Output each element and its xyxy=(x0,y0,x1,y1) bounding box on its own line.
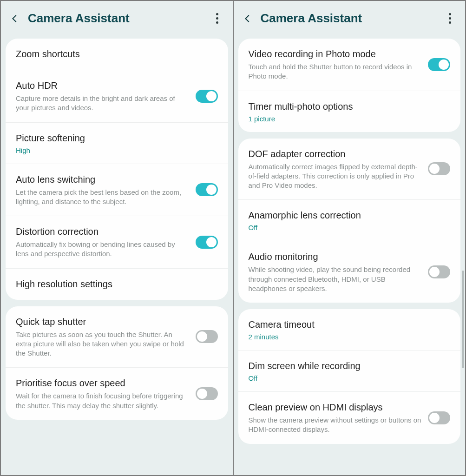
item-title: Anamorphic lens correction xyxy=(249,209,444,222)
toggle-auto-lens[interactable] xyxy=(196,183,218,196)
settings-group: DOF adapter correction Automatically cor… xyxy=(238,139,461,303)
screen-right: Camera Assistant Video recording in Phot… xyxy=(234,1,466,475)
item-value: 1 picture xyxy=(249,115,444,123)
header: Camera Assistant xyxy=(1,1,233,39)
header: Camera Assistant xyxy=(234,1,466,39)
item-desc: Touch and hold the Shutter button to rec… xyxy=(249,62,422,81)
item-desc: Take pictures as soon as you touch the S… xyxy=(16,330,189,358)
item-value: Off xyxy=(249,224,444,231)
item-desc: Automatically fix bowing or bending line… xyxy=(16,240,189,259)
item-video-photo-mode[interactable]: Video recording in Photo mode Touch and … xyxy=(238,39,461,91)
item-high-resolution[interactable]: High resolution settings xyxy=(6,269,228,300)
item-clean-preview-hdmi[interactable]: Clean preview on HDMI displays Show the … xyxy=(238,392,461,444)
item-title: Zoom shortcuts xyxy=(16,48,211,60)
item-quick-tap-shutter[interactable]: Quick tap shutter Take pictures as soon … xyxy=(6,306,228,368)
item-anamorphic-lens[interactable]: Anamorphic lens correction Off xyxy=(238,200,461,241)
item-camera-timeout[interactable]: Camera timeout 2 minutes xyxy=(238,309,461,350)
item-title: Camera timeout xyxy=(249,318,444,331)
item-prioritise-focus[interactable]: Prioritise focus over speed Wait for the… xyxy=(6,368,228,420)
settings-content: Zoom shortcuts Auto HDR Capture more det… xyxy=(1,39,233,475)
item-picture-softening[interactable]: Picture softening High xyxy=(6,123,228,164)
scrollbar[interactable] xyxy=(462,271,464,368)
settings-group: Quick tap shutter Take pictures as soon … xyxy=(6,306,228,420)
item-title: Picture softening xyxy=(16,132,211,145)
item-value: Off xyxy=(249,374,444,382)
item-title: Dim screen while recording xyxy=(249,360,444,372)
toggle-auto-hdr[interactable] xyxy=(196,90,218,103)
settings-group: Zoom shortcuts Auto HDR Capture more det… xyxy=(6,39,228,300)
item-title: Timer multi-photo options xyxy=(249,100,444,113)
item-title: Audio monitoring xyxy=(249,251,422,263)
item-title: Auto lens switching xyxy=(16,173,189,186)
page-title: Camera Assistant xyxy=(261,11,439,26)
item-title: Auto HDR xyxy=(16,79,189,92)
item-value: 2 minutes xyxy=(249,333,444,341)
back-icon[interactable] xyxy=(242,13,253,24)
item-auto-hdr[interactable]: Auto HDR Capture more details in the bri… xyxy=(6,70,228,123)
item-title: Video recording in Photo mode xyxy=(249,48,422,60)
item-desc: Show the camera preview without settings… xyxy=(249,416,422,435)
toggle-clean-preview[interactable] xyxy=(428,411,450,424)
item-title: Distortion correction xyxy=(16,225,189,238)
screen-left: Camera Assistant Zoom shortcuts Auto HDR… xyxy=(1,1,233,475)
settings-content: Video recording in Photo mode Touch and … xyxy=(234,39,466,475)
toggle-prioritise-focus[interactable] xyxy=(196,387,218,400)
item-zoom-shortcuts[interactable]: Zoom shortcuts xyxy=(6,39,228,70)
item-desc: Capture more details in the bright and d… xyxy=(16,94,189,113)
item-desc: Wait for the camera to finish focusing b… xyxy=(16,391,189,410)
more-icon[interactable] xyxy=(213,13,224,24)
item-desc: Let the camera pick the best lens based … xyxy=(16,188,189,207)
item-timer-multi-photo[interactable]: Timer multi-photo options 1 picture xyxy=(238,91,461,132)
item-value: High xyxy=(16,146,211,154)
item-dof-adapter[interactable]: DOF adapter correction Automatically cor… xyxy=(238,139,461,200)
toggle-audio-monitoring[interactable] xyxy=(428,265,450,278)
settings-group: Video recording in Photo mode Touch and … xyxy=(238,39,461,132)
more-icon[interactable] xyxy=(446,13,457,24)
toggle-video-photo[interactable] xyxy=(428,58,450,71)
toggle-dof[interactable] xyxy=(428,162,450,175)
item-desc: Automatically correct images flipped by … xyxy=(249,162,422,191)
item-title: Prioritise focus over speed xyxy=(16,377,189,390)
page-title: Camera Assistant xyxy=(28,11,206,26)
item-title: DOF adapter correction xyxy=(249,148,422,160)
item-audio-monitoring[interactable]: Audio monitoring While shooting video, p… xyxy=(238,241,461,303)
back-icon[interactable] xyxy=(9,13,20,24)
item-auto-lens-switching[interactable]: Auto lens switching Let the camera pick … xyxy=(6,164,228,217)
item-dim-screen[interactable]: Dim screen while recording Off xyxy=(238,350,461,392)
settings-group: Camera timeout 2 minutes Dim screen whil… xyxy=(238,309,461,444)
toggle-quick-tap[interactable] xyxy=(196,330,218,343)
item-title: Clean preview on HDMI displays xyxy=(249,401,422,414)
item-title: High resolution settings xyxy=(16,278,211,291)
item-distortion-correction[interactable]: Distortion correction Automatically fix … xyxy=(6,216,228,269)
item-desc: While shooting video, play the sound bei… xyxy=(249,265,422,293)
toggle-distortion[interactable] xyxy=(196,236,218,249)
item-title: Quick tap shutter xyxy=(16,316,189,328)
